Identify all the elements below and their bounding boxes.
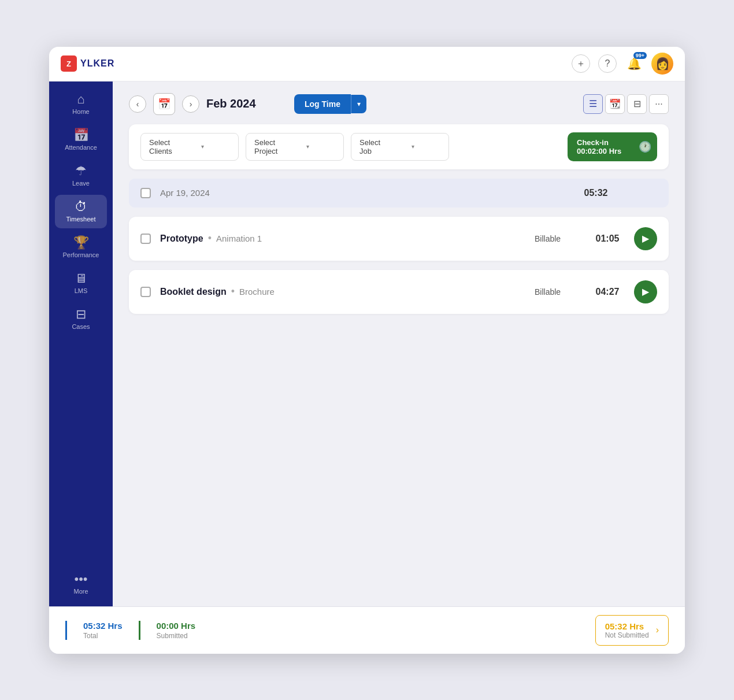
footer-submitted-label: Submitted [157,632,196,640]
sidebar-label-more: More [73,588,88,595]
notification-button[interactable]: 🔔 99+ [625,54,643,73]
footer-submitted-value: 00:00 Hrs [157,621,196,631]
sidebar-item-leave[interactable]: ☂ Leave [55,159,107,192]
performance-icon: 🏆 [73,236,89,249]
footer-total-value: 05:32 Hrs [83,621,123,631]
sidebar: ⌂ Home 📅 Attendance ☂ Leave ⏱ Timesheet … [49,82,113,606]
sidebar-label-leave: Leave [72,180,90,187]
entry-checkbox-0[interactable] [140,234,151,244]
entry-description-1: Booklet design • Brochure [160,286,525,298]
footer-bar: 05:32 Hrs Total 00:00 Hrs Submitted 05:3… [49,606,685,654]
entry-play-button-0[interactable]: ▶ [634,227,657,250]
footer-not-submitted-value: 05:32 Hrs [605,621,649,631]
job-select[interactable]: Select Job ▾ [351,133,449,161]
entry-play-button-1[interactable]: ▶ [634,280,657,303]
logo-text: YLKER [80,58,114,69]
entry-duration-1: 04:27 [590,287,625,297]
entry-dot-1: • [231,286,235,298]
more-options-button[interactable]: ··· [649,94,669,114]
sidebar-label-lms: LMS [75,287,88,294]
date-group-checkbox[interactable] [140,188,151,198]
entry-description-0: Prototype • Animation 1 [160,232,525,245]
entry-project-0: Prototype [160,234,203,244]
footer-total: 05:32 Hrs Total [65,621,139,640]
home-icon: ⌂ [77,93,84,106]
checkin-time: 00:02:00 Hrs [577,147,621,155]
toolbar-row: ‹ 📅 › Feb 2024 Log Time ▾ ☰ 📆 ⊟ ··· [129,93,669,115]
date-total-duration: 05:32 [573,188,619,198]
footer-not-submitted-info: 05:32 Hrs Not Submitted [605,621,649,639]
cases-icon: ⊟ [76,308,86,321]
calendar-picker-button[interactable]: 📅 [153,93,175,115]
clients-select[interactable]: Select Clients ▾ [140,133,239,161]
sidebar-item-lms[interactable]: 🖥 LMS [55,266,107,300]
main-layout: ⌂ Home 📅 Attendance ☂ Leave ⏱ Timesheet … [49,82,685,606]
checkin-clock-icon: 🕐 [639,140,651,153]
attendance-icon: 📅 [73,129,89,142]
filter-bar: Select Clients ▾ Select Project ▾ Select… [129,124,669,169]
sidebar-item-more[interactable]: ••• More [55,567,107,601]
footer-not-submitted-button[interactable]: 05:32 Hrs Not Submitted › [595,615,669,646]
project-select-label: Select Project [254,138,283,155]
entry-billing-0: Billable [535,234,581,243]
logo-area: Z YLKER [61,55,114,72]
footer-not-submitted-arrow: › [656,625,659,635]
list-view-button[interactable]: ☰ [583,94,603,114]
date-label: Apr 19, 2024 [160,188,357,198]
clients-chevron-icon: ▾ [201,143,230,150]
help-button[interactable]: ? [598,54,617,73]
footer-not-submitted-label: Not Submitted [605,631,649,639]
notification-badge: 99+ [633,52,647,59]
footer-submitted: 00:00 Hrs Submitted [139,621,212,640]
footer-total-label: Total [83,632,123,640]
job-chevron-icon: ▾ [412,143,440,150]
top-bar-right: ＋ ? 🔔 99+ 👩 [572,53,673,75]
sidebar-item-home[interactable]: ⌂ Home [55,87,107,121]
prev-month-button[interactable]: ‹ [129,95,146,113]
entry-project-1: Booklet design [160,287,227,297]
month-year-label: Feb 2024 [206,97,287,110]
content-area: ‹ 📅 › Feb 2024 Log Time ▾ ☰ 📆 ⊟ ··· S [113,82,685,606]
job-select-label: Select Job [359,138,388,155]
timesheet-icon: ⏱ [75,201,87,213]
sidebar-label-timesheet: Timesheet [66,216,96,223]
log-time-dropdown-button[interactable]: ▾ [351,95,366,113]
entry-duration-0: 01:05 [590,234,625,244]
filter-button[interactable]: ⊟ [627,94,647,114]
sidebar-label-attendance: Attendance [65,144,97,151]
sidebar-item-attendance[interactable]: 📅 Attendance [55,123,107,157]
project-select[interactable]: Select Project ▾ [246,133,344,161]
entry-job-1: Brochure [239,287,275,297]
avatar[interactable]: 👩 [651,53,673,75]
leave-icon: ☂ [75,165,87,177]
clients-select-label: Select Clients [149,138,178,155]
sidebar-label-cases: Cases [72,323,90,330]
sidebar-item-performance[interactable]: 🏆 Performance [55,231,107,264]
top-bar: Z YLKER ＋ ? 🔔 99+ 👩 [49,47,685,82]
checkin-label: Check-in [577,138,609,147]
more-icon: ••• [74,573,87,586]
sidebar-label-home: Home [72,108,89,115]
add-button[interactable]: ＋ [572,54,590,73]
next-month-button[interactable]: › [182,95,199,113]
time-entry-row-1: Booklet design • Brochure Billable 04:27… [129,270,669,314]
entry-billing-1: Billable [535,287,581,297]
time-entry-row-0: Prototype • Animation 1 Billable 01:05 ▶ [129,217,669,261]
entry-checkbox-1[interactable] [140,287,151,297]
sidebar-item-timesheet[interactable]: ⏱ Timesheet [55,195,107,228]
entry-job-0: Animation 1 [216,234,262,243]
entry-dot-0: • [208,232,212,245]
logo-icon: Z [61,55,77,72]
sidebar-item-cases[interactable]: ⊟ Cases [55,302,107,336]
checkin-button[interactable]: Check-in 00:02:00 Hrs 🕐 [568,132,657,161]
view-buttons: ☰ 📆 ⊟ ··· [583,94,669,114]
project-chevron-icon: ▾ [306,143,335,150]
calendar-view-button[interactable]: 📆 [605,94,625,114]
log-time-button[interactable]: Log Time [294,94,351,114]
sidebar-label-performance: Performance [63,251,99,258]
date-group-row: Apr 19, 2024 05:32 [129,179,669,208]
lms-icon: 🖥 [75,272,87,285]
